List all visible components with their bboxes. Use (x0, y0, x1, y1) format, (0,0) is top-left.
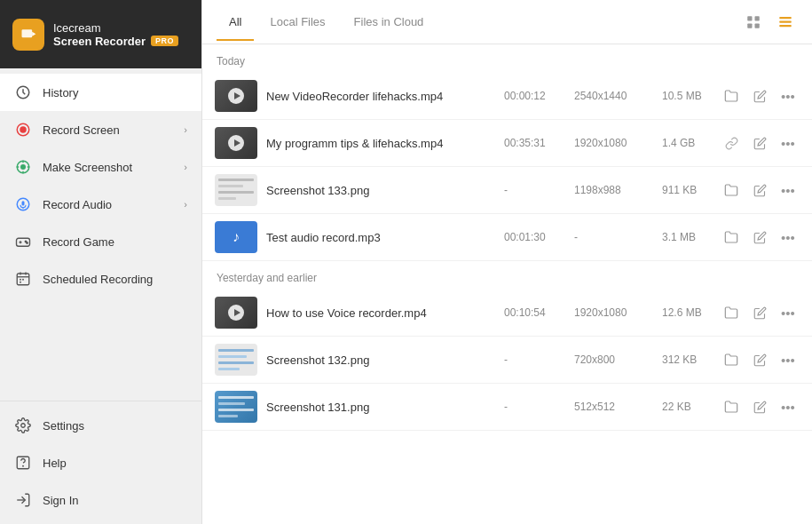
open-folder-button[interactable] (720, 348, 743, 371)
sidebar-item-settings[interactable]: Settings (0, 407, 201, 444)
rename-button[interactable] (748, 395, 771, 418)
more-options-button[interactable]: ••• (777, 348, 800, 371)
file-name: Test audio record.mp3 (266, 231, 495, 244)
rename-button[interactable] (748, 131, 771, 155)
more-options-button[interactable]: ••• (777, 301, 800, 324)
open-folder-button[interactable] (720, 395, 743, 418)
file-thumbnail (215, 80, 257, 112)
file-row[interactable]: Screenshot 131.png - 512x512 22 KB (202, 384, 812, 431)
file-size: 911 KB (662, 184, 711, 196)
app-name-bottom: Screen Recorder PRO (53, 35, 178, 48)
file-name: New VideoRecorder lifehacks.mp4 (266, 90, 495, 103)
svg-rect-29 (755, 23, 760, 28)
sidebar: Icecream Screen Recorder PRO History (0, 0, 202, 524)
file-resolution: - (574, 231, 641, 243)
open-folder-button[interactable] (720, 84, 743, 107)
rename-button[interactable] (748, 348, 771, 371)
sidebar-item-make-screenshot[interactable]: Make Screenshot › (0, 148, 201, 186)
file-actions: ••• (720, 131, 800, 155)
more-options-button[interactable]: ••• (777, 395, 800, 418)
link-button[interactable] (720, 131, 743, 155)
section-today: Today (202, 44, 812, 73)
rename-button[interactable] (748, 301, 771, 324)
open-folder-button[interactable] (720, 179, 743, 202)
file-thumbnail (215, 391, 257, 423)
svg-point-22 (21, 424, 26, 428)
file-thumbnail (215, 297, 257, 329)
file-size: 22 KB (662, 401, 711, 413)
file-row[interactable]: New VideoRecorder lifehacks.mp4 00:00:12… (202, 73, 812, 120)
file-actions: ••• (720, 301, 800, 324)
svg-rect-0 (22, 29, 33, 37)
play-icon (228, 305, 244, 321)
section-yesterday: Yesterday and earlier (202, 261, 812, 290)
rename-button[interactable] (748, 84, 771, 107)
sidebar-item-label: Record Audio (43, 198, 173, 211)
sidebar-item-sign-in[interactable]: Sign In (0, 481, 201, 519)
file-meta: 00:10:54 1920x1080 12.6 MB (504, 306, 711, 319)
file-row[interactable]: How to use Voice recorder.mp4 00:10:54 1… (202, 290, 812, 337)
svg-point-14 (27, 242, 28, 244)
file-row[interactable]: My programm tips & lifehacks.mp4 00:35:3… (202, 120, 812, 167)
file-row[interactable]: ♪ Test audio record.mp3 00:01:30 - 3.1 M… (202, 214, 812, 261)
svg-rect-32 (779, 25, 792, 27)
file-duration: - (504, 353, 553, 366)
file-duration: 00:35:31 (504, 137, 553, 149)
tab-files-in-cloud[interactable]: Files in Cloud (342, 4, 437, 41)
rename-button[interactable] (748, 226, 771, 249)
app-header: Icecream Screen Recorder PRO (0, 0, 201, 68)
file-resolution: 1920x1080 (574, 137, 641, 149)
file-row[interactable]: Screenshot 132.png - 720x800 312 KB (202, 337, 812, 384)
sidebar-item-record-audio[interactable]: Record Audio › (0, 186, 201, 223)
app-logo (12, 19, 44, 51)
sidebar-item-label: History (43, 86, 187, 99)
sidebar-item-label: Scheduled Recording (43, 273, 187, 286)
file-size: 12.6 MB (662, 306, 711, 319)
list-view-button[interactable] (773, 10, 798, 35)
file-actions: ••• (720, 348, 800, 371)
app-title: Icecream Screen Recorder PRO (53, 21, 178, 48)
file-resolution: 512x512 (574, 401, 641, 413)
file-info: My programm tips & lifehacks.mp4 (266, 137, 495, 150)
tab-local-files[interactable]: Local Files (257, 4, 337, 41)
more-options-button[interactable]: ••• (777, 179, 800, 202)
file-info: New VideoRecorder lifehacks.mp4 (266, 90, 495, 103)
more-options-button[interactable]: ••• (777, 84, 800, 107)
sidebar-item-record-game[interactable]: Record Game (0, 223, 201, 260)
sidebar-item-history[interactable]: History (0, 74, 201, 111)
sidebar-bottom: Settings Help Sign In (0, 401, 201, 524)
more-options-button[interactable]: ••• (777, 131, 800, 155)
file-actions: ••• (720, 395, 800, 418)
file-resolution: 1920x1080 (574, 306, 641, 319)
rename-button[interactable] (748, 179, 771, 202)
file-meta: - 512x512 22 KB (504, 401, 711, 413)
svg-rect-8 (22, 201, 25, 205)
svg-rect-28 (747, 23, 752, 28)
file-row[interactable]: Screenshot 133.png - 1198x988 911 KB (202, 167, 812, 214)
sidebar-item-scheduled-recording[interactable]: Scheduled Recording (0, 260, 201, 298)
file-actions: ••• (720, 84, 800, 107)
svg-rect-26 (747, 16, 752, 20)
audio-icon (14, 195, 32, 213)
file-meta: 00:00:12 2540x1440 10.5 MB (504, 90, 711, 102)
open-folder-button[interactable] (720, 301, 743, 324)
file-duration: - (504, 401, 553, 413)
tab-all[interactable]: All (217, 4, 254, 41)
file-meta: 00:35:31 1920x1080 1.4 GB (504, 137, 711, 149)
open-folder-button[interactable] (720, 226, 743, 249)
file-thumbnail (215, 344, 257, 376)
chevron-right-icon: › (184, 124, 187, 135)
more-options-button[interactable]: ••• (777, 226, 800, 249)
file-resolution: 1198x988 (574, 184, 641, 196)
file-list: Today New VideoRecorder lifehacks.mp4 00… (202, 44, 812, 524)
main-content: All Local Files Files in Cloud (202, 0, 812, 524)
file-name: Screenshot 133.png (266, 184, 495, 197)
scheduled-icon (14, 270, 32, 288)
record-screen-icon (14, 121, 32, 139)
grid-view-button[interactable] (741, 10, 766, 35)
file-size: 1.4 GB (662, 137, 711, 149)
sidebar-item-record-screen[interactable]: Record Screen › (0, 111, 201, 148)
tabs-actions (741, 10, 798, 35)
file-actions: ••• (720, 226, 800, 249)
sidebar-item-help[interactable]: Help (0, 444, 201, 481)
